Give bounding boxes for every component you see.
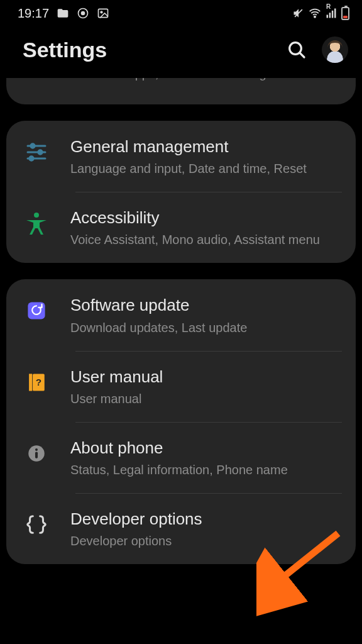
- row-title: User manual: [70, 367, 341, 387]
- row-software-update[interactable]: Software update Download updates, Last u…: [6, 279, 356, 350]
- update-icon: [23, 297, 50, 325]
- status-bar: 19:17 R: [0, 0, 362, 26]
- row-title: About phone: [70, 438, 341, 458]
- row-subtitle: Language and input, Date and time, Reset: [70, 160, 341, 177]
- folder-icon: [57, 7, 69, 19]
- svg-point-15: [30, 157, 33, 160]
- app-header: Settings: [0, 26, 362, 78]
- info-icon: [23, 440, 50, 467]
- svg-rect-7: [332, 11, 334, 18]
- svg-rect-2: [99, 9, 108, 17]
- svg-text:?: ?: [36, 377, 41, 387]
- signal-icon: R: [325, 7, 337, 19]
- page-title: Settings: [23, 38, 107, 62]
- row-about-phone[interactable]: About phone Status, Legal information, P…: [6, 422, 356, 493]
- svg-rect-23: [35, 452, 38, 458]
- svg-rect-8: [334, 9, 336, 18]
- svg-point-1: [82, 12, 85, 15]
- row-title: Accessibility: [70, 208, 341, 228]
- row-subtitle: Download updates, Last update: [70, 319, 341, 336]
- clock: 19:17: [18, 6, 49, 21]
- row-subtitle: Status, Legal information, Phone name: [70, 462, 341, 478]
- image-icon: [97, 7, 109, 19]
- row-subtitle: Developer options: [70, 533, 341, 549]
- row-general-management[interactable]: General management Language and input, D…: [6, 121, 356, 192]
- mute-icon: [292, 7, 305, 19]
- row-accessibility[interactable]: Accessibility Voice Assistant, Mono audi…: [6, 192, 356, 263]
- row-title: Developer options: [70, 509, 341, 529]
- svg-rect-18: [29, 374, 32, 391]
- svg-point-3: [101, 11, 102, 13]
- settings-card-apps-partial[interactable]: Default apps, Permission manager: [6, 78, 356, 104]
- svg-point-4: [314, 16, 315, 18]
- braces-icon: [23, 511, 50, 538]
- svg-rect-6: [329, 13, 331, 18]
- settings-scroll[interactable]: Default apps, Permission manager General…: [0, 78, 362, 564]
- battery-icon: [341, 7, 349, 20]
- svg-point-11: [31, 144, 35, 148]
- sync-icon: [77, 7, 89, 19]
- svg-rect-5: [327, 15, 329, 18]
- svg-point-22: [35, 448, 38, 451]
- wifi-icon: [309, 7, 321, 19]
- settings-card-general: General management Language and input, D…: [6, 121, 356, 263]
- accessibility-icon: [23, 209, 50, 237]
- partial-subtitle: Default apps, Permission manager: [85, 78, 278, 81]
- row-user-manual[interactable]: ? User manual User manual: [6, 351, 356, 422]
- settings-card-system: Software update Download updates, Last u…: [6, 279, 356, 564]
- avatar[interactable]: [322, 36, 348, 63]
- search-icon[interactable]: [287, 40, 307, 60]
- sliders-icon: [23, 138, 50, 166]
- svg-point-13: [38, 150, 42, 154]
- row-developer-options[interactable]: Developer options Developer options: [6, 493, 356, 564]
- row-title: General management: [70, 137, 341, 157]
- row-title: Software update: [70, 296, 341, 315]
- svg-point-16: [34, 213, 39, 218]
- row-subtitle: User manual: [70, 391, 341, 407]
- row-subtitle: Voice Assistant, Mono audio, Assistant m…: [70, 231, 341, 248]
- manual-icon: ?: [23, 369, 50, 396]
